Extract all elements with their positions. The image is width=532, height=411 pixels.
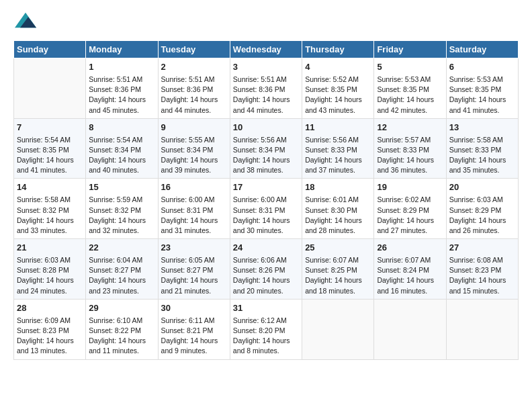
calendar-cell: 16Sunrise: 6:00 AMSunset: 8:31 PMDayligh… [158,179,230,239]
calendar-cell: 22Sunrise: 6:04 AMSunset: 8:27 PMDayligh… [86,239,158,300]
calendar-cell: 1Sunrise: 5:51 AMSunset: 8:36 PMDaylight… [86,58,158,119]
day-number: 10 [233,122,299,134]
day-info-line: and 35 minutes. [449,166,500,174]
day-info-line: and 37 minutes. [305,166,355,174]
header-cell-thursday: Thursday [302,41,374,58]
day-info-line: Daylight: 14 hours [305,95,362,103]
header-cell-friday: Friday [374,41,446,58]
day-number: 23 [161,242,227,255]
calendar-cell: 5Sunrise: 5:53 AMSunset: 8:35 PMDaylight… [374,58,446,119]
day-number: 11 [305,122,371,134]
header [13,11,519,32]
day-info-line: and 24 minutes. [17,287,67,295]
day-number: 20 [449,181,515,194]
day-info-line: Daylight: 14 hours [305,276,362,284]
calendar-cell: 6Sunrise: 5:53 AMSunset: 8:35 PMDaylight… [446,58,518,119]
day-number: 7 [17,122,83,134]
day-info-line: Sunrise: 6:07 AM [305,256,359,264]
day-info-line: and 31 minutes. [161,226,212,234]
day-info-line: Sunset: 8:34 PM [233,146,285,154]
day-info-line: Daylight: 14 hours [449,216,506,224]
logo-icon [15,11,36,30]
calendar-cell [14,58,86,119]
day-info-line: Sunrise: 6:04 AM [89,256,142,264]
day-info-line: Sunrise: 6:00 AM [233,195,287,203]
calendar-cell: 17Sunrise: 6:00 AMSunset: 8:31 PMDayligh… [230,179,302,239]
day-info-line: Sunset: 8:29 PM [377,206,429,214]
day-info-line: Sunrise: 5:51 AM [161,75,215,83]
day-info-line: Sunset: 8:36 PM [161,85,214,93]
day-number: 9 [161,122,227,134]
day-info-line: and 9 minutes. [161,347,208,355]
day-info-line: Sunset: 8:23 PM [449,266,502,274]
week-row-3: 21Sunrise: 6:03 AMSunset: 8:28 PMDayligh… [14,239,519,300]
calendar-cell: 12Sunrise: 5:57 AMSunset: 8:33 PMDayligh… [374,118,446,179]
day-info-line: and 36 minutes. [377,166,427,174]
day-info-line: and 45 minutes. [89,106,139,114]
day-number: 12 [377,122,443,134]
day-info-line: and 20 minutes. [233,287,283,295]
day-number: 31 [233,302,299,315]
day-number: 8 [89,122,154,134]
calendar-cell: 26Sunrise: 6:07 AMSunset: 8:24 PMDayligh… [374,239,446,300]
calendar-cell: 21Sunrise: 6:03 AMSunset: 8:28 PMDayligh… [14,239,86,300]
day-number: 6 [449,61,515,74]
day-info-line: Daylight: 14 hours [89,276,146,284]
day-info-line: Daylight: 14 hours [449,156,506,164]
day-info-line: Sunset: 8:31 PM [161,206,214,214]
day-info-line: Sunset: 8:33 PM [449,146,502,154]
day-info-line: Sunrise: 5:53 AM [377,75,431,83]
day-number: 25 [305,242,371,255]
day-number: 30 [161,302,227,315]
header-cell-tuesday: Tuesday [158,41,230,58]
day-info-line: Sunset: 8:34 PM [89,146,141,154]
day-info-line: Sunrise: 6:03 AM [449,195,503,203]
day-info-line: Sunrise: 5:57 AM [377,136,431,144]
day-info-line: and 43 minutes. [305,106,355,114]
day-info-line: Sunset: 8:31 PM [233,206,285,214]
calendar-cell [446,299,518,359]
day-info-line: Sunset: 8:27 PM [89,266,141,274]
day-number: 21 [17,242,83,255]
day-info-line: Sunrise: 6:00 AM [161,195,215,203]
day-info-line: Sunrise: 6:07 AM [377,256,431,264]
header-row: SundayMondayTuesdayWednesdayThursdayFrid… [14,41,519,58]
day-number: 14 [17,181,83,194]
day-info-line: Daylight: 14 hours [233,336,290,345]
day-info-line: and 38 minutes. [233,166,283,174]
day-info-line: Sunset: 8:21 PM [161,326,214,334]
day-info-line: Sunset: 8:20 PM [233,326,285,334]
day-info-line: and 41 minutes. [449,106,500,114]
day-info-line: Sunset: 8:32 PM [17,206,69,214]
calendar-cell: 30Sunrise: 6:11 AMSunset: 8:21 PMDayligh… [158,299,230,359]
day-info-line: and 18 minutes. [305,287,355,295]
day-info-line: Daylight: 14 hours [89,336,146,345]
day-number: 22 [89,242,154,255]
day-info-line: Daylight: 14 hours [377,95,434,103]
day-info-line: Daylight: 14 hours [161,276,218,284]
page: SundayMondayTuesdayWednesdayThursdayFrid… [0,0,532,411]
day-info-line: Sunrise: 5:54 AM [89,136,142,144]
calendar-cell: 23Sunrise: 6:05 AMSunset: 8:27 PMDayligh… [158,239,230,300]
day-info-line: and 41 minutes. [17,166,67,174]
calendar-cell: 15Sunrise: 5:59 AMSunset: 8:32 PMDayligh… [86,179,158,239]
day-info-line: Sunset: 8:30 PM [305,206,357,214]
week-row-0: 1Sunrise: 5:51 AMSunset: 8:36 PMDaylight… [14,58,519,119]
day-info-line: Daylight: 14 hours [161,336,218,345]
calendar-cell: 27Sunrise: 6:08 AMSunset: 8:23 PMDayligh… [446,239,518,300]
day-number: 19 [377,181,443,194]
day-info-line: Sunset: 8:26 PM [233,266,285,274]
day-info-line: and 23 minutes. [89,287,139,295]
logo [13,11,36,32]
calendar-cell: 31Sunrise: 6:12 AMSunset: 8:20 PMDayligh… [230,299,302,359]
day-info-line: and 11 minutes. [89,347,139,355]
day-info-line: Sunset: 8:24 PM [377,266,429,274]
header-cell-saturday: Saturday [446,41,518,58]
day-info-line: and 33 minutes. [17,226,67,234]
calendar-cell: 13Sunrise: 5:58 AMSunset: 8:33 PMDayligh… [446,118,518,179]
day-number: 24 [233,242,299,255]
day-number: 4 [305,61,371,74]
day-info-line: and 44 minutes. [161,106,212,114]
day-info-line: Sunset: 8:33 PM [377,146,429,154]
day-number: 16 [161,181,227,194]
